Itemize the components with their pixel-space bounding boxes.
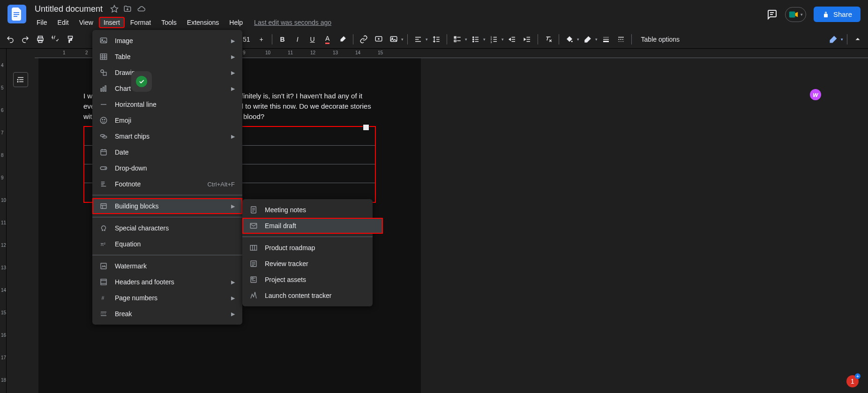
clear-formatting-button[interactable] xyxy=(542,33,555,46)
menu-item-product-roadmap[interactable]: Product roadmap xyxy=(242,240,383,256)
chevron-right-icon: ▶ xyxy=(231,133,235,140)
chevron-down-icon[interactable]: ▾ xyxy=(401,37,404,42)
hide-menus-button[interactable] xyxy=(851,33,864,46)
print-button[interactable] xyxy=(34,33,47,46)
move-icon[interactable] xyxy=(123,5,132,13)
menu-help[interactable]: Help xyxy=(224,17,247,28)
menu-tools[interactable]: Tools xyxy=(157,17,181,28)
redo-button[interactable] xyxy=(19,33,32,46)
add-comment-button[interactable] xyxy=(372,33,385,46)
date-icon xyxy=(99,148,108,157)
chevron-down-icon[interactable]: ▾ xyxy=(841,37,843,42)
menu-item-watermark[interactable]: Watermark xyxy=(92,258,242,274)
cloud-status-icon[interactable] xyxy=(136,5,146,13)
menu-item-headers-and-footers[interactable]: Headers and footers▶ xyxy=(92,274,242,290)
menu-item-break[interactable]: Break▶ xyxy=(92,306,242,322)
docs-logo[interactable] xyxy=(7,5,26,23)
menu-item-smart-chips[interactable]: Smart chips▶ xyxy=(92,128,242,144)
menu-insert[interactable]: Insert xyxy=(99,17,125,28)
menu-item-label: Review tracker xyxy=(265,260,375,267)
roadmap-icon xyxy=(249,243,258,252)
text-color-button[interactable]: A xyxy=(321,33,334,46)
block-handle-icon[interactable] xyxy=(363,124,369,131)
outdent-button[interactable] xyxy=(506,33,519,46)
menu-item-chart[interactable]: Chart▶ xyxy=(92,81,242,96)
menu-item-page-numbers[interactable]: #Page numbers▶ xyxy=(92,290,242,306)
comment-history-icon[interactable] xyxy=(766,9,778,20)
menu-item-emoji[interactable]: Emoji xyxy=(92,112,242,128)
checklist-button[interactable] xyxy=(451,33,464,46)
menu-item-launch-content-tracker[interactable]: Launch content tracker xyxy=(242,288,383,304)
menu-item-image[interactable]: Image▶ xyxy=(92,33,242,49)
menu-extensions[interactable]: Extensions xyxy=(182,17,224,28)
menu-item-equation[interactable]: π²Equation xyxy=(92,236,242,252)
zoom-increase-button[interactable]: + xyxy=(255,33,268,46)
checkmark-icon xyxy=(136,76,147,87)
meet-button[interactable]: ▾ xyxy=(785,7,806,22)
chevron-down-icon[interactable]: ▾ xyxy=(426,37,428,42)
paint-format-button[interactable] xyxy=(64,33,77,46)
line-spacing-button[interactable] xyxy=(430,33,443,46)
menu-view[interactable]: View xyxy=(75,17,98,28)
spellcheck-button[interactable] xyxy=(49,33,62,46)
undo-button[interactable] xyxy=(4,33,17,46)
emoji-icon xyxy=(99,116,108,125)
table-options-button[interactable]: Table options xyxy=(636,36,686,43)
chevron-down-icon[interactable]: ▾ xyxy=(483,37,486,42)
menu-item-horizontal-line[interactable]: Horizontal line xyxy=(92,96,242,112)
insert-link-button[interactable] xyxy=(357,33,370,46)
watermark-icon xyxy=(99,261,108,271)
plus-icon: + xyxy=(855,373,861,379)
hr-icon xyxy=(99,100,108,109)
svg-rect-56 xyxy=(101,89,102,91)
chevron-down-icon[interactable]: ▾ xyxy=(595,37,598,42)
chevron-down-icon[interactable]: ▾ xyxy=(577,37,579,42)
svg-point-19 xyxy=(472,41,473,42)
insert-image-button[interactable] xyxy=(387,33,400,46)
svg-rect-65 xyxy=(101,150,106,155)
border-width-button[interactable] xyxy=(599,33,613,46)
align-button[interactable] xyxy=(412,33,425,46)
menu-item-email-draft[interactable]: Email draft xyxy=(242,218,383,234)
document-title[interactable]: Untitled document xyxy=(32,4,105,15)
menu-item-drawing[interactable]: Drawing▶ xyxy=(92,65,242,81)
indent-button[interactable] xyxy=(521,33,534,46)
menu-item-review-tracker[interactable]: Review tracker xyxy=(242,256,383,272)
menu-edit[interactable]: Edit xyxy=(53,17,74,28)
menu-item-project-assets[interactable]: Project assets xyxy=(242,272,383,288)
cell-background-button[interactable] xyxy=(563,33,576,46)
menu-item-label: Meeting notes xyxy=(265,206,375,214)
menu-item-table[interactable]: Table▶ xyxy=(92,49,242,65)
menu-item-label: Special characters xyxy=(115,224,235,232)
menu-item-building-blocks[interactable]: Building blocks▶ xyxy=(92,198,242,214)
share-button[interactable]: Share xyxy=(814,7,861,22)
border-color-button[interactable] xyxy=(581,33,594,46)
menu-item-meeting-notes[interactable]: Meeting notes xyxy=(242,202,383,218)
last-edit-link[interactable]: Last edit was seconds ago xyxy=(254,19,331,26)
chevron-right-icon: ▶ xyxy=(231,203,235,209)
highlight-button[interactable] xyxy=(336,33,349,46)
menu-item-footnote[interactable]: FootnoteCtrl+Alt+F xyxy=(92,176,242,192)
footnote-icon xyxy=(99,179,108,189)
extension-badge[interactable]: w xyxy=(810,89,821,100)
menu-item-label: Emoji xyxy=(115,117,235,124)
break-icon xyxy=(99,309,108,319)
notification-badge[interactable]: 1 + xyxy=(846,375,859,387)
italic-button[interactable]: I xyxy=(291,33,304,46)
numbered-list-button[interactable]: 123 xyxy=(487,33,501,46)
border-dash-button[interactable] xyxy=(614,33,628,46)
menu-file[interactable]: File xyxy=(32,17,52,28)
star-icon[interactable] xyxy=(110,5,119,13)
chevron-down-icon[interactable]: ▾ xyxy=(501,37,504,42)
menu-item-special-characters[interactable]: Special characters xyxy=(92,220,242,236)
chevron-down-icon[interactable]: ▾ xyxy=(465,37,467,42)
document-outline-button[interactable] xyxy=(13,72,28,87)
menu-item-date[interactable]: Date xyxy=(92,144,242,160)
bulleted-list-button[interactable] xyxy=(469,33,482,46)
menu-format[interactable]: Format xyxy=(126,17,156,28)
editing-mode-button[interactable] xyxy=(827,33,840,46)
svg-point-18 xyxy=(472,38,473,39)
menu-item-drop-down[interactable]: Drop-down xyxy=(92,160,242,176)
bold-button[interactable]: B xyxy=(276,33,289,46)
underline-button[interactable]: U xyxy=(306,33,319,46)
